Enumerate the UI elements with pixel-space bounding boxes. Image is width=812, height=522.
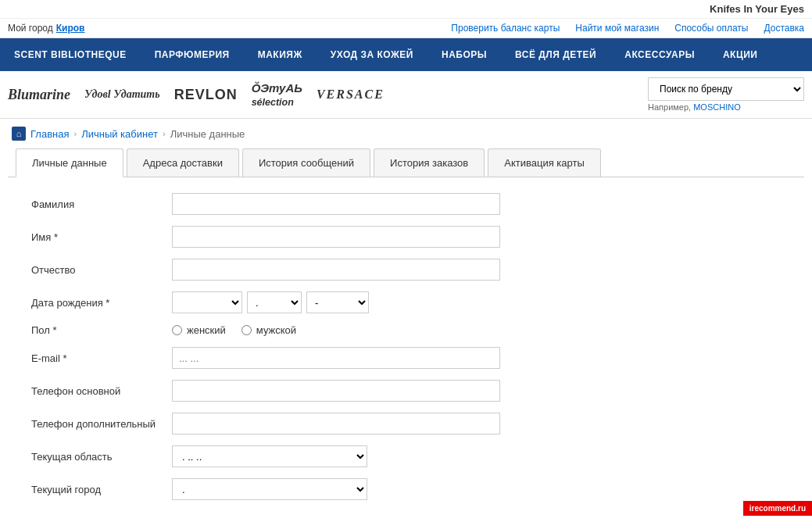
city-row: Текущий город . — [31, 478, 781, 500]
tab-orders[interactable]: История заказов — [374, 148, 485, 177]
breadcrumb-home[interactable]: Главная — [30, 128, 69, 140]
breadcrumb: ⌂ Главная › Личный кабинет › Личные данн… — [0, 119, 812, 148]
phone-main-label: Телефон основной — [31, 385, 172, 397]
region-row: Текущая область . .. .. — [31, 445, 781, 467]
find-store-link[interactable]: Найти мой магазин — [575, 23, 659, 34]
brand-search-select[interactable]: Поиск по бренду — [648, 77, 804, 101]
tab-delivery[interactable]: Адреса доставки — [127, 148, 239, 177]
region-label: Текущая область — [31, 451, 172, 463]
brand-uds[interactable]: Удовl Удатить — [84, 88, 160, 101]
nav-item-promo[interactable]: АКЦИИ — [709, 38, 772, 71]
gender-female-radio[interactable] — [172, 325, 182, 335]
phone-add-row: Телефон дополнительный — [31, 413, 781, 434]
nav-item-parfum[interactable]: ПАРФЮМЕРИЯ — [141, 38, 244, 71]
middlename-row: Отчество — [31, 259, 781, 281]
site-title: Knifes In Your Eyes — [710, 3, 804, 15]
middlename-input[interactable] — [172, 259, 500, 281]
lastname-input-container — [172, 193, 500, 215]
tab-messages[interactable]: История сообщений — [242, 148, 370, 177]
email-label: E-mail * — [31, 352, 172, 364]
brand-versace[interactable]: VERSACE — [317, 88, 385, 102]
lastname-row: Фамилия — [31, 193, 781, 215]
example-brand-link[interactable]: MOSCHINO — [693, 102, 741, 112]
region-select[interactable]: . .. .. — [172, 445, 367, 467]
delivery-link[interactable]: Доставка — [764, 23, 804, 34]
middlename-label: Отчество — [31, 264, 172, 276]
firstname-input-container — [172, 226, 500, 248]
brand-bar: Blumarine Удовl Удатить REVLON ŎЭтуАЬsél… — [0, 71, 812, 119]
nav-item-scent[interactable]: SCENT BIBLIOTHEQUE — [0, 38, 141, 71]
city-label: Мой город — [8, 23, 53, 34]
nav-item-accessories[interactable]: АКСЕССУАРЫ — [610, 38, 709, 71]
dob-month-select[interactable]: . — [247, 291, 302, 313]
phone-main-input[interactable] — [172, 380, 500, 402]
phone-add-input[interactable] — [172, 413, 500, 434]
breadcrumb-sep-2: › — [163, 129, 166, 138]
tab-activation[interactable]: Активация карты — [488, 148, 601, 177]
personal-data-form: Фамилия Имя * Отчество Дата рождения * . — [0, 177, 812, 522]
city-select[interactable]: . — [172, 478, 367, 500]
gender-male-label: мужской — [256, 324, 296, 336]
email-row: E-mail * — [31, 347, 781, 369]
phone-main-input-container — [172, 380, 500, 402]
recommend-badge: irecommend.ru — [743, 501, 812, 516]
brand-search-container: Поиск по бренду Например, MOSCHINO — [648, 77, 804, 112]
nav-links-right: Проверить баланс карты Найти мой магазин… — [451, 23, 804, 34]
brand-blumarine[interactable]: Blumarine — [8, 87, 70, 103]
nav-links-bar: Мой город Киров Проверить баланс карты Н… — [0, 19, 812, 38]
brand-etoile[interactable]: ŎЭтуАЬsélection — [252, 81, 302, 108]
top-bar: Knifes In Your Eyes — [0, 0, 812, 19]
region-dropdown-container: . .. .. — [172, 445, 367, 467]
nav-item-kids[interactable]: ВСЁ ДЛЯ ДЕТЕЙ — [501, 38, 610, 71]
gender-male-radio[interactable] — [241, 325, 252, 335]
gender-options: женский мужской — [172, 324, 296, 336]
middlename-input-container — [172, 259, 500, 281]
gender-female-label: женский — [187, 324, 226, 336]
firstname-input[interactable] — [172, 226, 500, 248]
gender-label: Пол * — [31, 324, 172, 336]
firstname-row: Имя * — [31, 226, 781, 248]
phone-add-input-container — [172, 413, 500, 434]
nav-item-skincare[interactable]: УХОД ЗА КОЖЕЙ — [317, 38, 427, 71]
city-label: Текущий город — [31, 484, 172, 495]
brand-search-example: Например, MOSCHINO — [648, 102, 804, 112]
phone-main-row: Телефон основной — [31, 380, 781, 402]
tabs: Личные данные Адреса доставки История со… — [16, 148, 796, 177]
gender-row: Пол * женский мужской — [31, 324, 781, 336]
gender-male-option[interactable]: мужской — [241, 324, 296, 336]
tabs-container: Личные данные Адреса доставки История со… — [8, 148, 804, 177]
city-dropdown-container: . — [172, 478, 367, 500]
city-selector[interactable]: Мой город Киров — [8, 23, 84, 34]
city-name[interactable]: Киров — [56, 23, 85, 34]
dob-inputs: . - — [172, 291, 369, 313]
lastname-label: Фамилия — [31, 198, 172, 210]
home-icon: ⌂ — [12, 127, 26, 141]
firstname-label: Имя * — [31, 231, 172, 243]
tab-personal[interactable]: Личные данные — [16, 148, 123, 177]
dob-row: Дата рождения * . - — [31, 291, 781, 313]
nav-item-makeup[interactable]: МАКИЯЖ — [244, 38, 317, 71]
breadcrumb-cabinet[interactable]: Личный кабинет — [81, 128, 158, 140]
brand-revlon[interactable]: REVLON — [174, 87, 238, 103]
brand-logos: Blumarine Удовl Удатить REVLON ŎЭтуАЬsél… — [8, 81, 632, 108]
email-input[interactable] — [172, 347, 500, 369]
main-nav: SCENT BIBLIOTHEQUE ПАРФЮМЕРИЯ МАКИЯЖ УХО… — [0, 38, 812, 71]
lastname-input[interactable] — [172, 193, 500, 215]
email-input-container — [172, 347, 500, 369]
phone-add-label: Телефон дополнительный — [31, 418, 172, 430]
nav-item-sets[interactable]: НАБОРЫ — [427, 38, 501, 71]
breadcrumb-current: Личные данные — [170, 128, 245, 140]
breadcrumb-sep-1: › — [73, 129, 77, 138]
dob-year-select[interactable]: - — [306, 291, 369, 313]
dob-day-select[interactable] — [172, 291, 242, 313]
check-balance-link[interactable]: Проверить баланс карты — [451, 23, 560, 34]
dob-label: Дата рождения * — [31, 297, 172, 309]
payment-methods-link[interactable]: Способы оплаты — [674, 23, 748, 34]
gender-female-option[interactable]: женский — [172, 324, 226, 336]
